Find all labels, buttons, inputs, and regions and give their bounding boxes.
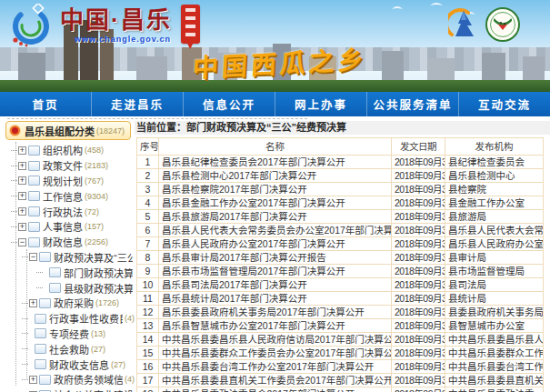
- sidebar-tree-item[interactable]: 专项经费 (13): [0, 327, 135, 342]
- sidebar-tree-item[interactable]: + 政府债务领域信息 (4): [0, 372, 135, 387]
- sidebar-tree-item[interactable]: + 行政执法 (72): [0, 204, 135, 219]
- nav-item[interactable]: 信息公开: [184, 92, 275, 116]
- doc-date: 2018年09月30日: [392, 156, 445, 169]
- nav-item-label: 网上办事: [295, 95, 347, 113]
- category-bullet-icon: [10, 126, 20, 136]
- doc-title-link[interactable]: 昌乐县检测中心2017年部门决算公开: [159, 169, 392, 183]
- tree-item-label: 财政收支信息: [49, 357, 109, 372]
- tree-expander-icon[interactable]: −: [18, 238, 26, 246]
- tree-expander-icon[interactable]: +: [29, 299, 37, 307]
- tree-connector: [22, 379, 28, 380]
- row-index: 8: [137, 251, 159, 265]
- tree-item-label: 财政预决算及“三公”: [54, 250, 133, 265]
- doc-title-link[interactable]: 昌乐县审计局2017年部门决算公开报告: [159, 251, 392, 265]
- doc-date: 2018年09月30日: [392, 347, 445, 360]
- table-row: 14 中共昌乐县委昌乐县人民政府信访局2017年部门决算公开 2018年09月3…: [137, 333, 544, 347]
- folder-icon: [28, 222, 40, 232]
- tree-item-count: (2256): [85, 237, 108, 246]
- doc-title-link[interactable]: 昌乐县人民政府办公室2017年部门决算公开: [159, 237, 392, 251]
- folder-icon: [28, 191, 40, 201]
- doc-title-link[interactable]: 中共昌乐县委台湾工作办公室2017年部门决算公开: [159, 360, 392, 374]
- nav-item-label: 走进昌乐: [111, 95, 164, 113]
- tree-connector: [22, 333, 28, 334]
- watermelon-badge-icon: [485, 7, 520, 42]
- table-row: 8 昌乐县审计局2017年部门决算公开报告 2018年09月30日 县审计局: [137, 251, 544, 265]
- sidebar-tree-item[interactable]: 县级财政预决算及: [0, 280, 135, 296]
- nav-item[interactable]: 互动交流: [459, 92, 550, 116]
- doc-title-link[interactable]: 中共昌乐县委县直机关工作委员会2017年部门决算公开: [159, 374, 392, 387]
- tree-expander-icon[interactable]: +: [18, 176, 26, 185]
- table-row: 2 昌乐县检测中心2017年部门决算公开 2018年09月30日 昌乐县检测中心: [137, 169, 544, 183]
- folder-icon: [28, 176, 40, 186]
- doc-title-link[interactable]: 中共昌乐县委群众工作委员会办公室2017年部门决算公开: [159, 347, 392, 360]
- tree-expander-icon[interactable]: +: [18, 146, 26, 155]
- doc-date: 2018年09月30日: [392, 374, 445, 387]
- sidebar-tree-item[interactable]: 财政收支信息 (27): [0, 357, 135, 372]
- sidebar-tree-item[interactable]: 社会救助 (27): [0, 341, 135, 357]
- doc-title-link[interactable]: 中共昌乐县委昌乐县人民政府信访局2017年部门决算公开: [159, 333, 392, 347]
- sidebar-tree-item[interactable]: + 人事信息 (157): [0, 219, 135, 235]
- tree-expander-icon[interactable]: +: [18, 162, 26, 170]
- table-row: 16 中共昌乐县委台湾工作办公室2017年部门决算公开 2018年09月30日 …: [137, 360, 544, 374]
- doc-title-link[interactable]: 昌乐县统计局2017年部门决算公开: [159, 292, 392, 306]
- row-index: 9: [137, 265, 159, 278]
- doc-agency: 县市场监督管理局: [445, 265, 544, 278]
- doc-date: 2018年09月30日: [392, 319, 445, 333]
- main-nav: 首页走进昌乐信息公开网上办事公共服务清单互动交流: [0, 92, 550, 116]
- tree-expander-icon[interactable]: +: [18, 207, 26, 216]
- tree-expander-icon[interactable]: +: [18, 192, 26, 200]
- doc-title-link[interactable]: 昌乐县智慧城市办公室2017年部门决算公开: [159, 319, 392, 333]
- nav-item[interactable]: 首页: [0, 92, 92, 116]
- doc-title-link[interactable]: 中共昌乐县委政法委员会2017年部门决算公开: [159, 387, 392, 392]
- sidebar-tree-item[interactable]: + 政府采购 (1726): [0, 296, 135, 311]
- sidebar-tree-item[interactable]: + 社会公益事业建设领域: [0, 387, 135, 392]
- folder-icon: [35, 328, 46, 338]
- tree-connector: [22, 303, 28, 304]
- tree-item-count: (767): [85, 176, 104, 186]
- sidebar-tree-item[interactable]: 行政事业性收费目录 (4): [0, 311, 135, 327]
- nav-item-label: 公共服务清单: [373, 95, 452, 113]
- sidebar-tree-item[interactable]: − 财政预决算及“三公”: [0, 250, 135, 266]
- nav-item[interactable]: 公共服务清单: [367, 92, 459, 116]
- sidebar-tree-item[interactable]: − 财政信息 (2256): [0, 235, 135, 250]
- sidebar-tree-item[interactable]: + 规划计划 (767): [0, 174, 135, 189]
- doc-agency: 县旅游局: [445, 210, 544, 224]
- nav-item[interactable]: 网上办事: [275, 92, 367, 116]
- col-header-date: 发文日期: [392, 138, 445, 156]
- tree-expander-icon[interactable]: +: [29, 376, 37, 384]
- table-row: 4 昌乐县金融工作办公室2017年部门决算公开 2018年09月30日 县金融工…: [137, 196, 544, 210]
- site-logo-block[interactable]: 中国·昌乐 www.changle.gov.cn: [7, 4, 200, 47]
- doc-title-link[interactable]: 昌乐县纪律检查委员会2017年部门决算公开: [159, 156, 392, 169]
- doc-title-link[interactable]: 昌乐县旅游局2017年部门决算公开: [159, 210, 392, 224]
- sidebar-tree-item[interactable]: + 政策文件 (2183): [0, 158, 135, 174]
- doc-title-link[interactable]: 昌乐县人民代表大会常务委员会办公室2017年部门决算公开: [159, 224, 392, 237]
- site-logo-icon: [7, 4, 55, 47]
- sidebar-root-category[interactable]: 昌乐县组配分类 (18247): [5, 121, 131, 140]
- doc-title-link[interactable]: 昌乐县金融工作办公室2017年部门决算公开: [159, 196, 392, 210]
- nav-item[interactable]: 走进昌乐: [92, 92, 184, 116]
- tree-item-label: 专项经费: [49, 327, 89, 341]
- doc-title-link[interactable]: 昌乐县市场监督管理局2017年部门决算公开: [159, 265, 392, 278]
- tree-item-label: 政府采购: [54, 296, 94, 310]
- doc-title-link[interactable]: 昌乐县检察院2017年部门决算公开: [159, 183, 392, 196]
- folder-icon: [35, 344, 46, 354]
- tree-item-label: 政策文件: [43, 158, 83, 173]
- sidebar-tree-item[interactable]: + 组织机构 (458): [0, 143, 135, 158]
- tree-expander-icon[interactable]: −: [29, 253, 37, 261]
- tree-expander-icon[interactable]: +: [18, 223, 26, 231]
- doc-date: 2018年09月30日: [392, 292, 445, 306]
- tree-item-label: 县级财政预决算及: [64, 281, 133, 296]
- tree-connector: [22, 318, 28, 319]
- tree-item-count: (458): [85, 146, 104, 155]
- sidebar-tree-item[interactable]: 部门财政预决算及: [0, 265, 135, 280]
- row-index: 16: [137, 360, 159, 374]
- doc-title-link[interactable]: 昌乐县司法局2017年部门决算公开: [159, 278, 392, 292]
- folder-icon: [35, 314, 46, 324]
- doc-agency: 县统计局: [445, 292, 544, 306]
- doc-title-link[interactable]: 昌乐县委县政府机关事务局2017年部门决算公开: [159, 306, 392, 319]
- doc-agency: 昌乐县检测中心: [445, 169, 544, 183]
- doc-date: 2018年09月30日: [392, 183, 445, 196]
- table-row: 1 昌乐县纪律检查委员会2017年部门决算公开 2018年09月30日 县纪律检…: [137, 156, 544, 169]
- doc-date: 2018年09月30日: [392, 251, 445, 265]
- sidebar-tree-item[interactable]: + 工作信息 (9304): [0, 188, 135, 204]
